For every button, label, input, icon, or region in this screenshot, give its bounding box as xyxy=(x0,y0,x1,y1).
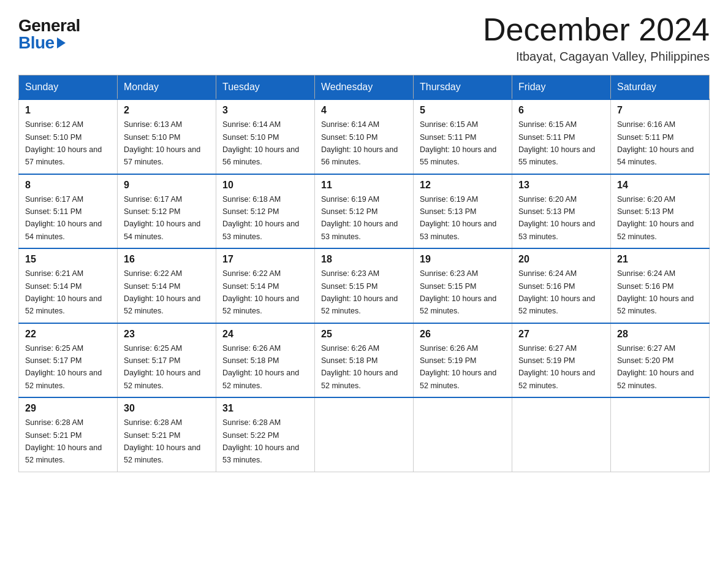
table-row: 9 Sunrise: 6:17 AMSunset: 5:12 PMDayligh… xyxy=(118,174,216,249)
calendar-week-row: 1 Sunrise: 6:12 AMSunset: 5:10 PMDayligh… xyxy=(19,99,710,174)
day-number: 30 xyxy=(124,403,210,414)
logo-general-text: General xyxy=(18,17,80,34)
day-info: Sunrise: 6:23 AMSunset: 5:15 PMDaylight:… xyxy=(321,269,398,315)
table-row: 4 Sunrise: 6:14 AMSunset: 5:10 PMDayligh… xyxy=(315,99,414,174)
table-row: 2 Sunrise: 6:13 AMSunset: 5:10 PMDayligh… xyxy=(118,99,216,174)
day-number: 2 xyxy=(124,105,210,116)
day-number: 6 xyxy=(518,105,604,116)
table-row: 26 Sunrise: 6:26 AMSunset: 5:19 PMDaylig… xyxy=(414,323,512,398)
table-row xyxy=(512,397,611,472)
logo-arrow-icon xyxy=(57,37,66,48)
table-row: 6 Sunrise: 6:15 AMSunset: 5:11 PMDayligh… xyxy=(512,99,611,174)
day-info: Sunrise: 6:14 AMSunset: 5:10 PMDaylight:… xyxy=(321,120,398,166)
day-number: 13 xyxy=(518,180,604,191)
table-row: 12 Sunrise: 6:19 AMSunset: 5:13 PMDaylig… xyxy=(414,174,512,249)
day-info: Sunrise: 6:21 AMSunset: 5:14 PMDaylight:… xyxy=(25,269,102,315)
day-info: Sunrise: 6:19 AMSunset: 5:13 PMDaylight:… xyxy=(420,195,496,241)
day-number: 28 xyxy=(617,329,703,340)
day-number: 21 xyxy=(617,254,703,265)
day-info: Sunrise: 6:27 AMSunset: 5:19 PMDaylight:… xyxy=(518,344,595,390)
col-monday: Monday xyxy=(118,75,216,100)
day-number: 26 xyxy=(420,329,506,340)
table-row: 19 Sunrise: 6:23 AMSunset: 5:15 PMDaylig… xyxy=(414,248,512,323)
table-row: 13 Sunrise: 6:20 AMSunset: 5:13 PMDaylig… xyxy=(512,174,611,249)
day-info: Sunrise: 6:17 AMSunset: 5:12 PMDaylight:… xyxy=(124,195,200,241)
col-wednesday: Wednesday xyxy=(315,75,414,100)
day-number: 22 xyxy=(25,329,111,340)
table-row: 10 Sunrise: 6:18 AMSunset: 5:12 PMDaylig… xyxy=(216,174,315,249)
day-info: Sunrise: 6:18 AMSunset: 5:12 PMDaylight:… xyxy=(222,195,299,241)
table-row: 30 Sunrise: 6:28 AMSunset: 5:21 PMDaylig… xyxy=(118,397,216,472)
day-info: Sunrise: 6:17 AMSunset: 5:11 PMDaylight:… xyxy=(25,195,102,241)
table-row: 14 Sunrise: 6:20 AMSunset: 5:13 PMDaylig… xyxy=(611,174,710,249)
day-number: 31 xyxy=(222,403,308,414)
day-info: Sunrise: 6:12 AMSunset: 5:10 PMDaylight:… xyxy=(25,120,102,166)
table-row: 28 Sunrise: 6:27 AMSunset: 5:20 PMDaylig… xyxy=(611,323,710,398)
table-row: 17 Sunrise: 6:22 AMSunset: 5:14 PMDaylig… xyxy=(216,248,315,323)
day-number: 18 xyxy=(321,254,407,265)
day-info: Sunrise: 6:23 AMSunset: 5:15 PMDaylight:… xyxy=(420,269,496,315)
table-row: 8 Sunrise: 6:17 AMSunset: 5:11 PMDayligh… xyxy=(19,174,118,249)
table-row: 31 Sunrise: 6:28 AMSunset: 5:22 PMDaylig… xyxy=(216,397,315,472)
col-friday: Friday xyxy=(512,75,611,100)
day-info: Sunrise: 6:13 AMSunset: 5:10 PMDaylight:… xyxy=(124,120,200,166)
day-info: Sunrise: 6:28 AMSunset: 5:22 PMDaylight:… xyxy=(222,418,299,464)
day-number: 12 xyxy=(420,180,506,191)
table-row: 29 Sunrise: 6:28 AMSunset: 5:21 PMDaylig… xyxy=(19,397,118,472)
calendar-week-row: 29 Sunrise: 6:28 AMSunset: 5:21 PMDaylig… xyxy=(19,397,710,472)
logo: General Blue xyxy=(18,17,80,52)
table-row: 21 Sunrise: 6:24 AMSunset: 5:16 PMDaylig… xyxy=(611,248,710,323)
day-number: 25 xyxy=(321,329,407,340)
day-info: Sunrise: 6:28 AMSunset: 5:21 PMDaylight:… xyxy=(25,418,102,464)
day-number: 10 xyxy=(222,180,308,191)
table-row: 23 Sunrise: 6:25 AMSunset: 5:17 PMDaylig… xyxy=(118,323,216,398)
day-info: Sunrise: 6:26 AMSunset: 5:19 PMDaylight:… xyxy=(420,344,496,390)
day-info: Sunrise: 6:22 AMSunset: 5:14 PMDaylight:… xyxy=(222,269,299,315)
day-number: 29 xyxy=(25,403,111,414)
table-row: 1 Sunrise: 6:12 AMSunset: 5:10 PMDayligh… xyxy=(19,99,118,174)
day-info: Sunrise: 6:15 AMSunset: 5:11 PMDaylight:… xyxy=(420,120,496,166)
day-number: 9 xyxy=(124,180,210,191)
table-row: 22 Sunrise: 6:25 AMSunset: 5:17 PMDaylig… xyxy=(19,323,118,398)
day-number: 27 xyxy=(518,329,604,340)
table-row xyxy=(414,397,512,472)
col-thursday: Thursday xyxy=(414,75,512,100)
day-info: Sunrise: 6:27 AMSunset: 5:20 PMDaylight:… xyxy=(617,344,694,390)
table-row: 3 Sunrise: 6:14 AMSunset: 5:10 PMDayligh… xyxy=(216,99,315,174)
table-row: 20 Sunrise: 6:24 AMSunset: 5:16 PMDaylig… xyxy=(512,248,611,323)
day-info: Sunrise: 6:24 AMSunset: 5:16 PMDaylight:… xyxy=(617,269,694,315)
table-row: 15 Sunrise: 6:21 AMSunset: 5:14 PMDaylig… xyxy=(19,248,118,323)
calendar-week-row: 15 Sunrise: 6:21 AMSunset: 5:14 PMDaylig… xyxy=(19,248,710,323)
day-info: Sunrise: 6:26 AMSunset: 5:18 PMDaylight:… xyxy=(222,344,299,390)
table-row: 25 Sunrise: 6:26 AMSunset: 5:18 PMDaylig… xyxy=(315,323,414,398)
day-number: 8 xyxy=(25,180,111,191)
day-number: 16 xyxy=(124,254,210,265)
table-row: 24 Sunrise: 6:26 AMSunset: 5:18 PMDaylig… xyxy=(216,323,315,398)
day-info: Sunrise: 6:14 AMSunset: 5:10 PMDaylight:… xyxy=(222,120,299,166)
day-number: 11 xyxy=(321,180,407,191)
table-row: 27 Sunrise: 6:27 AMSunset: 5:19 PMDaylig… xyxy=(512,323,611,398)
logo-blue-text: Blue xyxy=(18,34,66,52)
calendar-table: Sunday Monday Tuesday Wednesday Thursday… xyxy=(18,75,710,472)
day-info: Sunrise: 6:25 AMSunset: 5:17 PMDaylight:… xyxy=(25,344,102,390)
table-row: 16 Sunrise: 6:22 AMSunset: 5:14 PMDaylig… xyxy=(118,248,216,323)
day-number: 23 xyxy=(124,329,210,340)
calendar-week-row: 22 Sunrise: 6:25 AMSunset: 5:17 PMDaylig… xyxy=(19,323,710,398)
table-row xyxy=(611,397,710,472)
table-row: 5 Sunrise: 6:15 AMSunset: 5:11 PMDayligh… xyxy=(414,99,512,174)
day-number: 24 xyxy=(222,329,308,340)
day-info: Sunrise: 6:15 AMSunset: 5:11 PMDaylight:… xyxy=(518,120,595,166)
day-number: 5 xyxy=(420,105,506,116)
table-row: 18 Sunrise: 6:23 AMSunset: 5:15 PMDaylig… xyxy=(315,248,414,323)
day-info: Sunrise: 6:24 AMSunset: 5:16 PMDaylight:… xyxy=(518,269,595,315)
title-section: December 2024 Itbayat, Cagayan Valley, P… xyxy=(483,12,710,64)
day-info: Sunrise: 6:16 AMSunset: 5:11 PMDaylight:… xyxy=(617,120,694,166)
day-number: 14 xyxy=(617,180,703,191)
day-number: 17 xyxy=(222,254,308,265)
day-number: 3 xyxy=(222,105,308,116)
day-number: 1 xyxy=(25,105,111,116)
day-info: Sunrise: 6:22 AMSunset: 5:14 PMDaylight:… xyxy=(124,269,200,315)
month-title: December 2024 xyxy=(483,12,710,47)
day-info: Sunrise: 6:19 AMSunset: 5:12 PMDaylight:… xyxy=(321,195,398,241)
day-number: 19 xyxy=(420,254,506,265)
